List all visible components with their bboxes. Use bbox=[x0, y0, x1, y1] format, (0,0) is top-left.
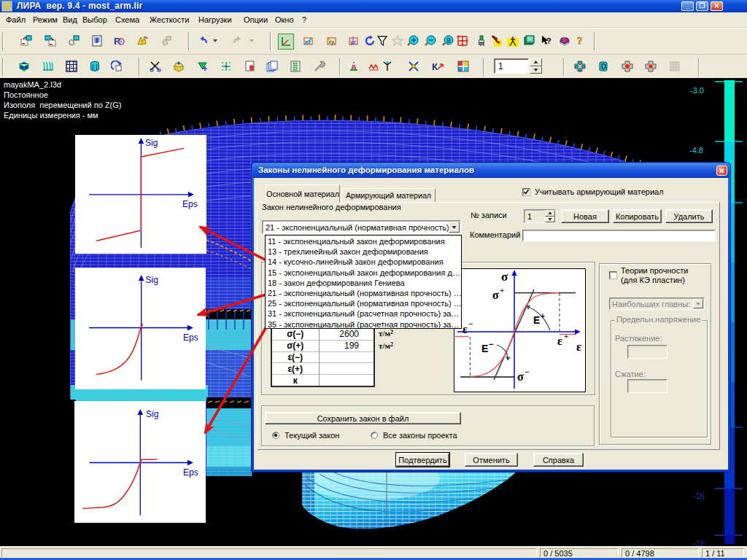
svg-text:−: − bbox=[468, 319, 473, 329]
svg-text:R: R bbox=[114, 36, 121, 47]
svg-text:+: + bbox=[564, 332, 568, 341]
svg-text:Eps: Eps bbox=[183, 467, 198, 478]
svg-text:К: К bbox=[432, 61, 438, 72]
svg-text:E: E bbox=[533, 314, 540, 326]
svg-text:ε: ε bbox=[462, 323, 468, 335]
svg-text:Sig: Sig bbox=[145, 138, 158, 148]
svg-text:+: + bbox=[500, 286, 504, 295]
svg-text:σ: σ bbox=[517, 370, 524, 383]
svg-text:?: ? bbox=[577, 35, 583, 46]
svg-text:Eps: Eps bbox=[183, 332, 198, 343]
svg-text:ε: ε bbox=[557, 335, 562, 347]
svg-text:?: ? bbox=[546, 36, 551, 45]
svg-text:σ: σ bbox=[501, 270, 508, 284]
svg-text:σ: σ bbox=[492, 289, 499, 301]
svg-text:Sig: Sig bbox=[146, 409, 158, 419]
svg-text:D: D bbox=[601, 63, 606, 71]
svg-text:Sig: Sig bbox=[146, 275, 158, 285]
svg-text:+: + bbox=[541, 312, 545, 320]
svg-text:ε: ε bbox=[576, 340, 581, 354]
svg-text:?: ? bbox=[562, 38, 565, 43]
svg-text:−: − bbox=[525, 367, 530, 377]
svg-text:Eps: Eps bbox=[182, 199, 198, 209]
svg-text:−: − bbox=[489, 340, 493, 349]
svg-text:E: E bbox=[481, 343, 488, 354]
